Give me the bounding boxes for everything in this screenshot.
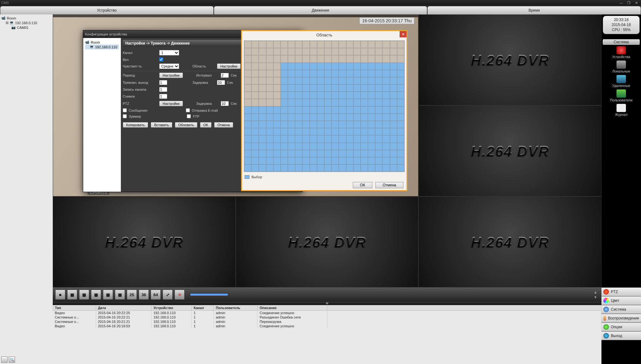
- panel-collapse-icon[interactable]: [326, 302, 329, 305]
- nav-users[interactable]: Пользователи: [610, 89, 633, 102]
- region-cell[interactable]: [251, 121, 259, 128]
- tree-ip[interactable]: ⊟ 💻 192.168.0.110: [1, 20, 51, 25]
- region-cell[interactable]: [266, 164, 273, 172]
- region-cell[interactable]: [331, 135, 339, 142]
- region-cell[interactable]: [346, 48, 353, 55]
- region-cell[interactable]: [310, 135, 317, 142]
- region-cell[interactable]: [375, 114, 382, 121]
- region-cell[interactable]: [390, 63, 397, 70]
- region-cell[interactable]: [273, 55, 281, 62]
- region-cell[interactable]: [310, 77, 317, 84]
- region-cell[interactable]: [259, 84, 266, 92]
- region-cell[interactable]: [259, 99, 266, 106]
- channel-select[interactable]: 1: [159, 50, 179, 56]
- layout-64-button[interactable]: 64: [151, 290, 161, 300]
- region-cell[interactable]: [244, 63, 251, 70]
- region-cell[interactable]: [310, 114, 317, 121]
- region-cell[interactable]: [375, 70, 382, 77]
- region-cell[interactable]: [288, 70, 295, 77]
- region-cell[interactable]: [368, 70, 375, 77]
- region-cell[interactable]: [273, 63, 281, 70]
- region-cell[interactable]: [331, 41, 339, 48]
- region-cell[interactable]: [324, 99, 331, 106]
- region-cell[interactable]: [295, 92, 302, 99]
- video-cell-5[interactable]: H.264 DVR: [236, 196, 419, 287]
- region-cell[interactable]: [266, 99, 273, 106]
- region-cell[interactable]: [273, 77, 281, 84]
- region-cell[interactable]: [382, 70, 390, 77]
- region-cell[interactable]: [368, 41, 375, 48]
- dlg-tree-root[interactable]: 📹 Room: [85, 40, 119, 45]
- region-cell[interactable]: [390, 99, 397, 106]
- region-cell[interactable]: [331, 48, 339, 55]
- region-cell[interactable]: [397, 41, 404, 48]
- search-tree-button[interactable]: 🔍: [9, 356, 15, 363]
- region-cell[interactable]: [368, 84, 375, 92]
- region-cell[interactable]: [295, 70, 302, 77]
- region-cell[interactable]: [339, 41, 346, 48]
- region-cell[interactable]: [324, 70, 331, 77]
- region-cell[interactable]: [346, 77, 353, 84]
- tab-device[interactable]: Устройство: [0, 6, 213, 14]
- region-cell[interactable]: [324, 84, 331, 92]
- region-cell[interactable]: [281, 63, 288, 70]
- region-cell[interactable]: [259, 106, 266, 114]
- region-cell[interactable]: [382, 128, 390, 135]
- region-cell[interactable]: [353, 99, 361, 106]
- region-cell[interactable]: [259, 121, 266, 128]
- region-cell[interactable]: [324, 92, 331, 99]
- region-cell[interactable]: [390, 128, 397, 135]
- region-cell[interactable]: [266, 70, 273, 77]
- region-cell[interactable]: [353, 164, 361, 172]
- region-cell[interactable]: [397, 92, 404, 99]
- region-cell[interactable]: [331, 114, 339, 121]
- tree-cam[interactable]: 📷 CAM01: [1, 25, 51, 30]
- rb-system[interactable]: Система: [601, 305, 641, 314]
- region-cell[interactable]: [382, 114, 390, 121]
- region-cell[interactable]: [390, 143, 397, 150]
- region-cell[interactable]: [310, 106, 317, 114]
- region-cell[interactable]: [382, 92, 390, 99]
- region-cell[interactable]: [288, 55, 295, 62]
- region-cell[interactable]: [259, 70, 266, 77]
- region-cell[interactable]: [346, 157, 353, 164]
- region-cell[interactable]: [361, 99, 368, 106]
- region-cell[interactable]: [295, 150, 302, 157]
- region-cell[interactable]: [317, 121, 324, 128]
- minimize-button[interactable]: —: [618, 1, 625, 5]
- region-cell[interactable]: [251, 92, 259, 99]
- region-cell[interactable]: [302, 121, 310, 128]
- region-cell[interactable]: [361, 63, 368, 70]
- region-cell[interactable]: [310, 121, 317, 128]
- region-cell[interactable]: [302, 41, 310, 48]
- region-cell[interactable]: [273, 70, 281, 77]
- enable-checkbox[interactable]: [159, 57, 163, 62]
- region-cell[interactable]: [339, 99, 346, 106]
- region-cell[interactable]: [368, 135, 375, 142]
- region-cell[interactable]: [251, 106, 259, 114]
- region-cell[interactable]: [324, 157, 331, 164]
- video-cell-6[interactable]: H.264 DVR: [418, 196, 601, 287]
- region-cell[interactable]: [251, 84, 259, 92]
- region-cell[interactable]: [273, 106, 281, 114]
- region-cell[interactable]: [310, 55, 317, 62]
- region-cell[interactable]: [397, 128, 404, 135]
- region-cell[interactable]: [273, 48, 281, 55]
- region-cell[interactable]: [382, 143, 390, 150]
- log-col-type[interactable]: Тип: [53, 305, 96, 311]
- region-cell[interactable]: [346, 114, 353, 121]
- region-cell[interactable]: [375, 55, 382, 62]
- region-cell[interactable]: [281, 114, 288, 121]
- region-cell[interactable]: [331, 164, 339, 172]
- region-cell[interactable]: [310, 150, 317, 157]
- region-cell[interactable]: [375, 128, 382, 135]
- region-cell[interactable]: [281, 150, 288, 157]
- ptz-delay-input[interactable]: [221, 101, 229, 106]
- region-cell[interactable]: [390, 70, 397, 77]
- region-cell[interactable]: [259, 48, 266, 55]
- region-cell[interactable]: [244, 84, 251, 92]
- region-cell[interactable]: [361, 92, 368, 99]
- maximize-button[interactable]: ❐: [625, 1, 632, 5]
- region-cell[interactable]: [281, 70, 288, 77]
- region-cell[interactable]: [244, 143, 251, 150]
